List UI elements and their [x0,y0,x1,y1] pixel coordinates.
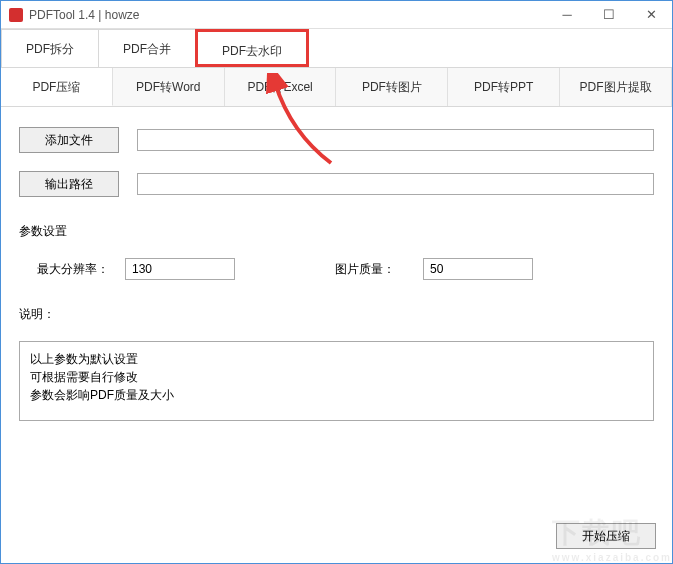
output-path-button[interactable]: 输出路径 [19,171,119,197]
start-compress-button[interactable]: 开始压缩 [556,523,656,549]
params-label: 参数设置 [19,223,654,240]
max-resolution-label: 最大分辨率： [37,261,125,278]
tab-pdf-to-excel[interactable]: PDF转Excel [225,68,337,106]
maximize-button[interactable]: ☐ [588,1,630,28]
tab-pdf-to-image[interactable]: PDF转图片 [336,68,448,106]
titlebar: PDFTool 1.4 | howze ─ ☐ ✕ [1,1,672,29]
output-path-display [137,173,654,195]
app-icon [9,8,23,22]
tab-pdf-compress[interactable]: PDF压缩 [1,68,113,106]
tab-pdf-split[interactable]: PDF拆分 [1,29,99,67]
tab-pdf-to-ppt[interactable]: PDF转PPT [448,68,560,106]
file-path-display [137,129,654,151]
window-title: PDFTool 1.4 | howze [29,8,546,22]
app-window: PDFTool 1.4 | howze ─ ☐ ✕ PDF拆分 PDF合并 PD… [0,0,673,564]
image-quality-label: 图片质量： [335,261,423,278]
image-quality-input[interactable] [423,258,533,280]
desc-line-1: 以上参数为默认设置 [30,350,643,368]
tab-pdf-remove-watermark[interactable]: PDF去水印 [195,29,309,67]
sub-tabs: PDF压缩 PDF转Word PDF转Excel PDF转图片 PDF转PPT … [1,68,672,107]
desc-line-3: 参数会影响PDF质量及大小 [30,386,643,404]
description-header: 说明： [19,306,654,323]
top-tabs: PDF拆分 PDF合并 PDF去水印 [1,29,672,68]
output-path-row: 输出路径 [19,171,654,197]
minimize-button[interactable]: ─ [546,1,588,28]
tab-pdf-merge[interactable]: PDF合并 [98,29,196,67]
window-controls: ─ ☐ ✕ [546,1,672,28]
add-file-row: 添加文件 [19,127,654,153]
tab-pdf-to-word[interactable]: PDF转Word [113,68,225,106]
params-row: 最大分辨率： 图片质量： [19,258,654,280]
add-file-button[interactable]: 添加文件 [19,127,119,153]
tab-pdf-extract-images[interactable]: PDF图片提取 [560,68,672,106]
footer: 开始压缩 [556,523,656,549]
close-button[interactable]: ✕ [630,1,672,28]
max-resolution-input[interactable] [125,258,235,280]
main-content: 添加文件 输出路径 参数设置 最大分辨率： 图片质量： 说明： 以上参数为默认设… [1,107,672,441]
description-box: 以上参数为默认设置 可根据需要自行修改 参数会影响PDF质量及大小 [19,341,654,421]
desc-line-2: 可根据需要自行修改 [30,368,643,386]
